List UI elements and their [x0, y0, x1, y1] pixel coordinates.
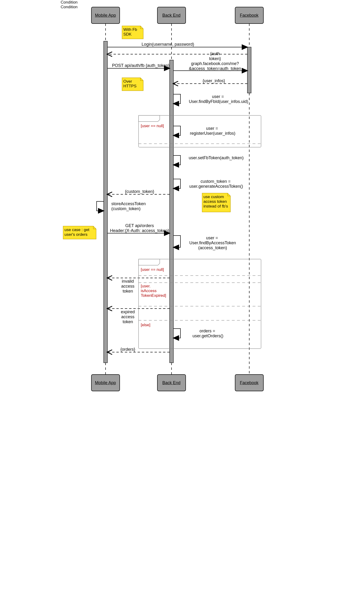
participant-label: Back End: [157, 13, 186, 18]
self-message-label: user = User.findByAccessToken (access_to…: [186, 235, 240, 250]
participant-label: Facebook: [235, 13, 263, 18]
svg-rect-6: [104, 41, 107, 363]
message-label: expired access token: [118, 310, 137, 324]
message-label: GET api/orders Header:{X-Auth: access_to…: [109, 223, 170, 233]
message-label: invalid access token: [118, 279, 137, 294]
message-label: POST api/auth/fb {auth_token}: [111, 63, 170, 68]
svg-rect-8: [247, 47, 251, 93]
self-message-label: custom_token = user.generateAccessToken(…: [186, 179, 247, 189]
self-message-label: user.setFbToken(auth_token): [186, 155, 247, 160]
frame-condition: [user. isAccess TokenExpired]: [141, 284, 172, 298]
participant-label: Facebook: [235, 380, 263, 385]
participant-label: Back End: [157, 380, 186, 385]
message-label: Login(username, password): [139, 42, 198, 47]
participant-label: Mobile App: [91, 13, 120, 18]
message-label: {orders}: [118, 347, 137, 352]
note-text: use case : get user's orders: [65, 228, 95, 237]
self-message-label: user = User.findByFbId(user_infos.uid): [186, 94, 252, 104]
svg-rect-7: [170, 60, 173, 363]
note-text: use custom access token instead of fb's: [204, 195, 229, 209]
self-message-label: storeAccessToken (custom_token): [111, 201, 154, 211]
frame-condition: [user == null]: [141, 124, 172, 128]
self-message-label: orders = user.getOrders(): [187, 329, 229, 338]
participant-label: Mobile App: [91, 380, 120, 385]
message-label: {user_infos}: [196, 79, 232, 83]
self-message-label: user = registerUser(user_infos): [186, 126, 240, 136]
message-label: {auth token} graph.facebook.com/me? &acc…: [186, 51, 245, 71]
note-text: Over HTTPS: [123, 79, 142, 89]
frame-condition: [user == null]: [141, 267, 172, 272]
frame-condition: [else]: [141, 323, 172, 327]
note-text: With Fb SDK: [123, 27, 142, 37]
message-label: {custom_token}: [122, 189, 157, 194]
